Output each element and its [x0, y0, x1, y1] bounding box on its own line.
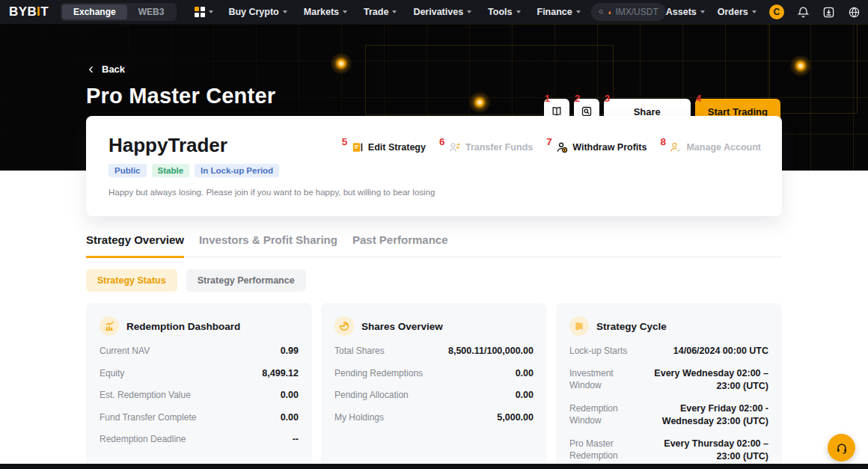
status-cards: Redemption Dashboard Current NAV0.99 Equ…	[86, 303, 782, 469]
chevron-down-icon	[343, 10, 347, 13]
stat-value: --	[293, 433, 299, 447]
stat-label: Current NAV	[100, 345, 273, 358]
row-equity: Equity8,499.12	[100, 367, 299, 381]
badge-public: Public	[109, 164, 147, 177]
withdraw-profits-icon	[556, 141, 568, 153]
stat-value: 0.00	[516, 367, 534, 381]
row-lockup-starts: Lock-up Starts14/06/2024 00:00 UTC	[569, 345, 768, 358]
logo-text: BYB	[9, 4, 37, 19]
nav-item-trade[interactable]: Trade	[364, 7, 397, 17]
chevron-down-icon	[576, 10, 581, 13]
apps-menu-button[interactable]	[195, 7, 213, 17]
notifications-bell-icon[interactable]	[797, 6, 810, 19]
tab-strategy-overview[interactable]: Strategy Overview	[86, 233, 184, 258]
strategy-profile-card: HappyTrader Public Stable In Lock-up Per…	[86, 116, 782, 216]
chevron-down-icon	[700, 10, 705, 13]
withdraw-profits-button[interactable]: 7 Withdraw Profits	[550, 141, 647, 153]
nav-label: Derivatives	[413, 7, 463, 17]
stat-value: 0.00	[281, 389, 299, 402]
row-redemption-window: Redemption WindowEvery Friday 02:00 - We…	[569, 402, 768, 429]
tab-bar: Strategy Overview Investors & Profit Sha…	[86, 233, 782, 257]
manage-account-button[interactable]: 8 Manage Account	[664, 141, 761, 153]
stat-label: Lock-up Starts	[569, 345, 666, 358]
footer-bar	[0, 464, 868, 469]
card-title: Redemption Dashboard	[126, 321, 240, 332]
sparkle-decoration	[468, 91, 491, 114]
card-title: Strategy Cycle	[596, 321, 667, 332]
nav-item-buy-crypto[interactable]: Buy Crypto	[228, 7, 287, 17]
action-label: Transfer Funds	[465, 142, 533, 153]
stat-label: Redemption Window	[569, 402, 641, 428]
stat-value: 5,000.00	[497, 411, 534, 425]
download-app-icon[interactable]	[822, 6, 835, 19]
subtab-strategy-performance[interactable]: Strategy Performance	[186, 269, 306, 292]
bybit-logo[interactable]: BYBIT	[9, 4, 49, 19]
nav-item-finance[interactable]: Finance	[537, 7, 581, 17]
nav-label: Trade	[364, 7, 388, 17]
nav-item-markets[interactable]: Markets	[304, 7, 347, 17]
chevron-down-icon	[209, 10, 213, 13]
nav-label: Finance	[537, 7, 572, 17]
stat-value: 0.00	[516, 389, 534, 402]
nav-item-assets[interactable]: Assets	[666, 7, 705, 17]
chevron-down-icon	[392, 10, 397, 13]
badge-lockup-period: In Lock-up Period	[195, 164, 279, 177]
stat-label: My Holdings	[334, 411, 489, 424]
action-label: Edit Strategy	[368, 142, 426, 153]
user-avatar[interactable]: C	[769, 4, 784, 19]
row-est-redemption-value: Est. Redemption Value0.00	[100, 389, 299, 402]
transfer-funds-button[interactable]: 6 Transfer Funds	[443, 141, 533, 153]
top-navbar: BYBIT Exchange WEB3 Buy Crypto Markets T…	[0, 0, 868, 24]
search-value: IMX/USDT	[615, 7, 658, 17]
edit-strategy-button[interactable]: 5 Edit Strategy	[346, 141, 426, 153]
subtab-strategy-status[interactable]: Strategy Status	[86, 269, 177, 292]
row-redemption-deadline: Redemption Deadline--	[100, 433, 299, 447]
support-chat-button[interactable]	[828, 434, 855, 462]
language-globe-icon[interactable]	[848, 6, 861, 19]
row-pending-allocation: Pending Allocation0.00	[334, 389, 534, 402]
nav-label: Tools	[488, 7, 512, 17]
toggle-exchange[interactable]: Exchange	[62, 4, 127, 19]
stat-label: Investment Window	[569, 367, 641, 393]
badges: Public Stable In Lock-up Period	[109, 164, 760, 177]
chevron-down-icon	[752, 10, 757, 13]
toggle-web3[interactable]: WEB3	[127, 4, 176, 19]
stat-value: Every Thursday 02:00 – 23:00 (UTC)	[649, 438, 768, 464]
nav-label: Orders	[718, 7, 748, 17]
strategy-cycle-card: Strategy Cycle Lock-up Starts14/06/2024 …	[556, 303, 782, 469]
nav-item-orders[interactable]: Orders	[718, 7, 757, 17]
main-nav: Buy Crypto Markets Trade Derivatives Too…	[228, 7, 580, 17]
row-my-holdings: My Holdings5,000.00	[334, 411, 534, 425]
chevron-down-icon	[283, 10, 287, 13]
nav-item-derivatives[interactable]: Derivatives	[413, 7, 471, 17]
redemption-dashboard-card: Redemption Dashboard Current NAV0.99 Equ…	[86, 303, 312, 469]
row-current-nav: Current NAV0.99	[100, 345, 299, 358]
nav-label: Markets	[304, 7, 339, 17]
badge-stable: Stable	[152, 164, 190, 177]
nav-label: Buy Crypto	[228, 7, 278, 17]
tab-investors-profit-sharing[interactable]: Investors & Profit Sharing	[199, 233, 337, 257]
tab-past-performance[interactable]: Past Performance	[352, 233, 448, 257]
nav-item-tools[interactable]: Tools	[488, 7, 520, 17]
stat-label: Pending Allocation	[334, 389, 508, 402]
action-label: Withdraw Profits	[572, 142, 647, 153]
search-input[interactable]: IMX/USDT	[591, 3, 666, 21]
card-title: Shares Overview	[361, 321, 443, 332]
chevron-left-icon	[87, 65, 96, 74]
back-link[interactable]: Back	[87, 64, 125, 75]
chevron-down-icon	[467, 10, 471, 13]
nav-right: Assets Orders C	[666, 4, 861, 19]
stat-value: 14/06/2024 00:00 UTC	[673, 345, 768, 358]
page-title: Pro Master Center	[86, 84, 275, 108]
profile-actions: 5 Edit Strategy 6 Transfer Funds 7 Withd…	[346, 141, 761, 153]
row-fund-transfer-complete: Fund Transfer Complete0.00	[100, 411, 299, 425]
stat-label: Equity	[100, 367, 254, 380]
strategy-description: Happy but always losing. Please join if …	[109, 188, 760, 197]
stat-label: Pending Redemptions	[334, 367, 508, 380]
stat-value: 8,500.11/100,000.00	[448, 345, 534, 358]
manage-account-icon	[670, 141, 682, 153]
back-label: Back	[102, 64, 125, 75]
stat-value: Every Wednesday 02:00 – 23:00 (UTC)	[649, 367, 768, 393]
row-pending-redemptions: Pending Redemptions0.00	[334, 367, 534, 381]
sliders-icon	[569, 316, 589, 336]
